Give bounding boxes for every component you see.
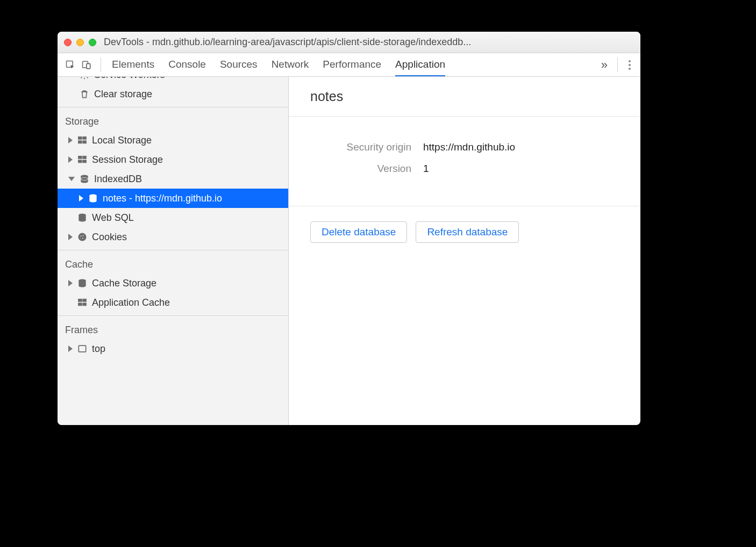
database-details: Security origin https://mdn.github.io Ve…	[289, 117, 640, 206]
sidebar-item-local-storage[interactable]: Local Storage	[58, 131, 288, 150]
tab-elements[interactable]: Elements	[112, 53, 154, 76]
titlebar: DevTools - mdn.github.io/learning-area/j…	[58, 32, 640, 53]
delete-database-button[interactable]: Delete database	[310, 221, 407, 243]
svg-rect-5	[83, 136, 87, 139]
section-heading-frames: Frames	[58, 319, 288, 339]
refresh-database-button[interactable]: Refresh database	[416, 221, 519, 243]
svg-rect-4	[79, 136, 82, 139]
svg-point-16	[79, 233, 87, 241]
sidebar-item-label: IndexedDB	[94, 174, 142, 185]
kv-key: Security origin	[310, 141, 423, 153]
sidebar-item-application-cache[interactable]: Application Cache	[58, 293, 288, 312]
separator	[617, 57, 618, 72]
sidebar-item-label: Clear storage	[94, 89, 152, 100]
sidebar-item-session-storage[interactable]: Session Storage	[58, 150, 288, 169]
section-heading-cache: Cache	[58, 254, 288, 274]
svg-rect-2	[87, 63, 90, 68]
database-actions: Delete database Refresh database	[289, 206, 640, 258]
devtools-window: DevTools - mdn.github.io/learning-area/j…	[58, 32, 640, 425]
svg-rect-24	[79, 303, 82, 306]
chevron-right-icon	[68, 137, 73, 143]
database-name-heading: notes	[289, 77, 640, 117]
svg-rect-8	[79, 156, 82, 159]
grid-icon	[77, 154, 88, 165]
tab-sources[interactable]: Sources	[220, 53, 258, 76]
minimize-window-button[interactable]	[76, 39, 84, 46]
kv-val: https://mdn.github.io	[423, 141, 515, 153]
svg-rect-11	[83, 160, 87, 163]
database-icon	[88, 193, 98, 204]
sidebar-item-label: Service Workers	[94, 77, 165, 81]
chevron-right-icon	[79, 195, 83, 201]
database-icon	[77, 212, 88, 223]
kv-val: 1	[423, 163, 429, 175]
sidebar-item-cookies[interactable]: Cookies	[58, 227, 288, 247]
svg-rect-10	[79, 160, 82, 163]
more-menu-button[interactable]	[623, 53, 636, 76]
sidebar-item-label: Application Cache	[92, 297, 170, 308]
sidebar-item-label: Web SQL	[92, 212, 134, 224]
svg-rect-7	[83, 141, 87, 143]
frame-icon	[77, 343, 88, 354]
svg-rect-26	[79, 346, 85, 352]
tab-performance[interactable]: Performance	[323, 53, 381, 76]
grid-icon	[77, 297, 88, 308]
sidebar-item-label: Session Storage	[92, 154, 163, 165]
sidebar-item-label: top	[92, 343, 105, 355]
sidebar-item-frame-top[interactable]: top	[58, 339, 288, 358]
sidebar-item-cache-storage[interactable]: Cache Storage	[58, 274, 288, 293]
trash-icon	[79, 89, 90, 99]
tab-console[interactable]: Console	[168, 53, 206, 76]
svg-rect-9	[83, 156, 87, 159]
section-heading-storage: Storage	[58, 111, 288, 131]
gear-icon	[79, 77, 90, 80]
database-icon	[79, 174, 90, 184]
sidebar-item-label: notes - https://mdn.github.io	[103, 193, 222, 204]
sidebar-item-indexeddb[interactable]: IndexedDB	[58, 169, 288, 189]
svg-point-19	[82, 237, 84, 239]
main-panel: notes Security origin https://mdn.github…	[289, 77, 640, 425]
devtools-tabbar: Elements Console Sources Network Perform…	[58, 53, 640, 77]
database-icon	[77, 278, 88, 289]
svg-point-18	[82, 235, 84, 236]
svg-rect-22	[79, 299, 82, 301]
kv-key: Version	[310, 163, 423, 175]
window-title: DevTools - mdn.github.io/learning-area/j…	[104, 37, 634, 48]
svg-point-20	[80, 238, 81, 239]
tabs-container: Elements Console Sources Network Perform…	[106, 53, 597, 76]
svg-point-17	[80, 235, 82, 237]
window-controls	[64, 39, 96, 46]
close-window-button[interactable]	[64, 39, 72, 46]
svg-rect-23	[83, 299, 87, 301]
chevron-right-icon	[68, 280, 73, 286]
separator	[101, 57, 101, 72]
kv-row-version: Version 1	[310, 163, 619, 175]
tabs-overflow-button[interactable]: »	[597, 53, 612, 76]
sidebar-item-label: Cache Storage	[92, 278, 156, 289]
tab-network[interactable]: Network	[272, 53, 309, 76]
chevron-right-icon	[68, 234, 73, 240]
sidebar-item-label: Cookies	[92, 232, 127, 243]
sidebar-item-websql[interactable]: Web SQL	[58, 208, 288, 227]
sidebar-item-clear-storage[interactable]: Clear storage	[58, 84, 288, 104]
grid-icon	[77, 135, 88, 146]
content-area: Service Workers Clear storage Storage Lo…	[58, 77, 640, 425]
svg-rect-6	[79, 141, 82, 143]
tabbar-tools	[62, 53, 95, 76]
inspect-element-icon[interactable]	[65, 60, 76, 70]
cookie-icon	[77, 232, 88, 242]
chevron-right-icon	[68, 346, 73, 352]
sidebar-item-label: Local Storage	[92, 135, 152, 146]
maximize-window-button[interactable]	[89, 39, 96, 46]
kv-row-security-origin: Security origin https://mdn.github.io	[310, 141, 619, 153]
tab-application[interactable]: Application	[395, 53, 445, 76]
chevron-down-icon	[68, 177, 75, 181]
svg-rect-25	[83, 303, 87, 306]
sidebar-item-service-workers[interactable]: Service Workers	[58, 77, 288, 84]
responsive-mode-icon[interactable]	[81, 60, 92, 70]
chevron-right-icon	[68, 156, 73, 163]
application-sidebar: Service Workers Clear storage Storage Lo…	[58, 77, 289, 425]
sidebar-item-database-notes[interactable]: notes - https://mdn.github.io	[58, 189, 288, 208]
